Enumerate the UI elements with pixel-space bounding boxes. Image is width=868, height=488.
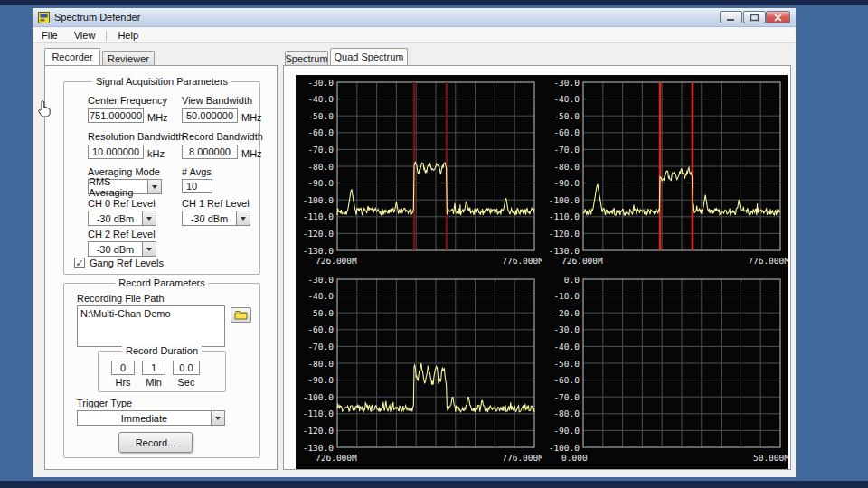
svg-text:-60.0: -60.0 xyxy=(553,375,580,385)
svg-text:-90.0: -90.0 xyxy=(553,178,580,188)
svg-text:726.000M: 726.000M xyxy=(561,256,603,266)
svg-text:-120.0: -120.0 xyxy=(303,426,335,436)
acquisition-group-title: Signal Acquisition Parameters xyxy=(92,76,231,87)
spectrum-chart-top-right[interactable]: -30.0-40.0-50.0-60.0-70.0-80.0-90.0-100.… xyxy=(542,75,788,272)
svg-text:0.000: 0.000 xyxy=(561,453,588,463)
trigger-type-label: Trigger Type xyxy=(77,398,132,408)
tab-spectrum[interactable]: Spectrum xyxy=(285,51,328,65)
svg-text:-80.0: -80.0 xyxy=(307,359,334,369)
tab-reviewer[interactable]: Reviewer xyxy=(102,51,155,65)
ch2-ref-level-value: -30 dBm xyxy=(89,242,142,256)
svg-text:-80.0: -80.0 xyxy=(553,162,580,172)
maximize-button[interactable] xyxy=(743,11,766,23)
trigger-type-dropdown[interactable]: Immediate xyxy=(77,410,225,426)
record-bandwidth-label: Record Bandwidth xyxy=(182,131,263,142)
svg-text:-30.0: -30.0 xyxy=(307,275,334,285)
view-bandwidth-label: View Bandwidth xyxy=(182,95,252,106)
duration-hrs-field[interactable]: 0 xyxy=(111,361,135,375)
record-group-title: Record Parameters xyxy=(115,277,208,288)
record-duration-groupbox: Record Duration 0 1 0.0 Hrs Min Sec xyxy=(98,351,226,392)
svg-text:776.000M: 776.000M xyxy=(502,256,542,266)
svg-text:-90.0: -90.0 xyxy=(307,375,334,385)
trigger-type-value: Immediate xyxy=(78,411,211,425)
mouse-hand-cursor xyxy=(37,100,52,122)
spectrum-chart-top-left[interactable]: -30.0-40.0-50.0-60.0-70.0-80.0-90.0-100.… xyxy=(296,75,542,272)
ch1-ref-level-label: CH 1 Ref Level xyxy=(182,198,250,209)
view-bandwidth-unit: MHz xyxy=(241,112,262,123)
svg-text:-70.0: -70.0 xyxy=(553,145,580,155)
browse-folder-button[interactable] xyxy=(231,307,251,323)
svg-text:-60.0: -60.0 xyxy=(307,127,334,137)
duration-sec-field[interactable]: 0.0 xyxy=(173,361,200,375)
ch0-ref-level-dropdown[interactable]: -30 dBm xyxy=(88,211,156,226)
svg-text:776.000M: 776.000M xyxy=(502,453,542,463)
svg-text:-50.0: -50.0 xyxy=(553,111,580,121)
menu-file[interactable]: File xyxy=(33,29,66,42)
svg-text:-130.0: -130.0 xyxy=(549,246,580,256)
ch2-ref-level-label: CH 2 Ref Level xyxy=(88,229,156,239)
spectrum-chart-bottom-left[interactable]: -30.0-40.0-50.0-60.0-70.0-80.0-90.0-100.… xyxy=(296,272,542,469)
menu-help[interactable]: Help xyxy=(109,29,146,42)
gang-ref-levels-row: ✓ Gang Ref Levels xyxy=(74,258,164,268)
svg-text:726.000M: 726.000M xyxy=(316,453,357,463)
svg-text:726.000M: 726.000M xyxy=(316,256,357,266)
chevron-down-icon[interactable] xyxy=(142,211,156,225)
svg-text:-30.0: -30.0 xyxy=(553,324,580,334)
window-title: Spectrum Defender xyxy=(54,12,140,23)
chevron-down-icon[interactable] xyxy=(142,242,156,256)
chevron-down-icon[interactable] xyxy=(211,411,224,425)
record-bandwidth-field[interactable]: 8.000000 xyxy=(182,145,238,159)
minimize-button[interactable] xyxy=(720,11,742,23)
svg-text:-30.0: -30.0 xyxy=(553,78,580,88)
menu-view[interactable]: View xyxy=(66,29,104,42)
ch1-ref-level-dropdown[interactable]: -30 dBm xyxy=(182,211,250,226)
tab-recorder[interactable]: Recorder xyxy=(44,48,100,65)
svg-text:-50.0: -50.0 xyxy=(307,308,334,318)
desktop-bottom-strip xyxy=(0,481,868,488)
window-content: Recorder Reviewer Signal Acquisition Par… xyxy=(35,44,793,474)
spectrum-chart-bottom-right[interactable]: 0.0-10.0-20.0-30.0-40.0-50.0-60.0-70.0-8… xyxy=(542,272,788,469)
view-bandwidth-field[interactable]: 50.000000 xyxy=(182,108,238,123)
resolution-bandwidth-field[interactable]: 10.000000 xyxy=(88,145,144,159)
center-frequency-field[interactable]: 751.000000 xyxy=(88,108,144,123)
svg-text:-60.0: -60.0 xyxy=(553,127,580,137)
svg-text:-60.0: -60.0 xyxy=(307,324,334,334)
svg-text:-40.0: -40.0 xyxy=(307,94,334,104)
app-window: Spectrum Defender File View Help Recorde… xyxy=(32,7,797,478)
gang-ref-levels-checkbox[interactable]: ✓ xyxy=(74,258,85,268)
recording-file-path-input[interactable]: N:\Multi-Chan Demo xyxy=(77,305,225,347)
chevron-down-icon[interactable] xyxy=(147,180,161,193)
tab-quad-spectrum[interactable]: Quad Spectrum xyxy=(330,48,408,65)
svg-text:50.000M: 50.000M xyxy=(753,453,788,463)
title-bar[interactable]: Spectrum Defender xyxy=(33,8,796,27)
duration-min-field[interactable]: 1 xyxy=(142,361,165,375)
num-avgs-field[interactable]: 10 xyxy=(182,179,212,193)
svg-text:-100.0: -100.0 xyxy=(303,195,335,205)
recorder-panel: Signal Acquisition Parameters Center Fre… xyxy=(44,65,278,470)
record-button[interactable]: Record... xyxy=(118,432,193,453)
svg-text:-10.0: -10.0 xyxy=(553,291,580,301)
svg-text:0.0: 0.0 xyxy=(564,275,580,285)
folder-icon xyxy=(234,310,248,320)
num-avgs-label: # Avgs xyxy=(182,166,212,177)
ch1-ref-level-value: -30 dBm xyxy=(183,211,236,225)
duration-sec-label: Sec xyxy=(173,377,200,388)
app-icon xyxy=(38,12,50,23)
svg-text:-100.0: -100.0 xyxy=(549,195,580,205)
svg-text:-70.0: -70.0 xyxy=(307,342,334,352)
svg-text:-40.0: -40.0 xyxy=(307,291,334,301)
svg-text:-120.0: -120.0 xyxy=(303,229,335,239)
record-duration-title: Record Duration xyxy=(122,345,202,356)
chevron-down-icon[interactable] xyxy=(236,211,250,225)
gang-ref-levels-label: Gang Ref Levels xyxy=(90,258,164,268)
ch2-ref-level-dropdown[interactable]: -30 dBm xyxy=(88,241,156,257)
center-frequency-label: Center Frequency xyxy=(88,95,167,106)
close-button[interactable] xyxy=(766,11,790,23)
svg-text:-40.0: -40.0 xyxy=(553,94,580,104)
resolution-bandwidth-label: Resolution Bandwidth xyxy=(88,131,184,142)
averaging-mode-dropdown[interactable]: RMS Averaging xyxy=(88,179,162,194)
svg-text:-120.0: -120.0 xyxy=(549,229,580,239)
duration-min-label: Min xyxy=(142,377,165,388)
record-groupbox: Record Parameters Recording File Path N:… xyxy=(63,283,260,458)
menu-bar: File View Help xyxy=(33,28,795,43)
